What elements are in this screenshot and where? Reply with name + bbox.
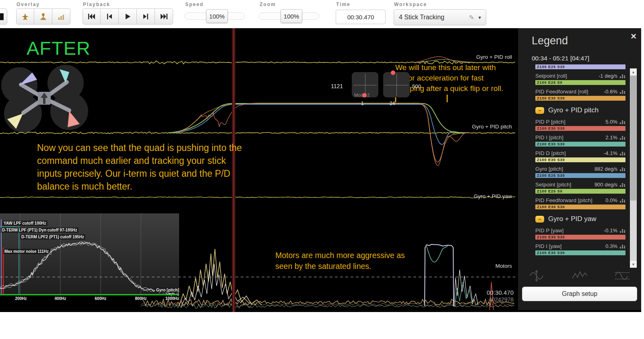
playback-group-label: Playback [83, 2, 110, 7]
smoothed-trace-icon[interactable] [614, 270, 631, 282]
legend-group-header[interactable]: − Gyro + PID yaw [535, 215, 625, 223]
legend-item[interactable]: Setpoint [roll] -1 deg/s Z100 E25 S0 [535, 72, 625, 85]
jump-end-button[interactable] [155, 8, 173, 25]
legend-item[interactable]: PID P [pitch] 5.0% Z100 E30 S30 [535, 118, 625, 131]
histogram-icon[interactable] [620, 244, 625, 248]
annotation-tune: We will tune this out later with motor a… [395, 62, 503, 94]
legend-group-header[interactable]: − Gyro + PID pitch [535, 106, 625, 114]
histogram-icon[interactable] [620, 182, 625, 187]
histogram-icon[interactable] [620, 151, 625, 155]
zoom-label: Zoom [260, 2, 276, 7]
partial-button[interactable] [0, 8, 7, 25]
chevron-down-icon[interactable]: ▾ [478, 14, 481, 21]
workspace-select[interactable]: 4 Stick Tracking ✎ ▾ [394, 9, 486, 25]
legend-item-color-bar[interactable]: Z100 E25 S0 [535, 80, 625, 85]
legend-item[interactable]: Setpoint [pitch] 900 deg/s Z100 E25 S0 [535, 181, 625, 194]
legend-item-partial[interactable]: Z100 E25 S30 [535, 64, 625, 69]
legend-item-color-bar[interactable]: Z100 E30 S30 [535, 157, 625, 162]
legend-item-label: Setpoint [roll] [535, 73, 567, 79]
histogram-icon[interactable] [620, 119, 625, 124]
after-annotation: AFTER [27, 37, 91, 59]
legend-item-color-bar[interactable]: Z100 E30 S30 [535, 205, 625, 209]
histogram-icon[interactable] [620, 73, 625, 78]
workspace-value: 4 Stick Tracking [399, 14, 444, 21]
legend-scrollbar[interactable]: ▲ ▼ [630, 68, 637, 268]
histogram-icon[interactable] [620, 198, 625, 203]
histogram-icon[interactable] [620, 135, 625, 140]
legend-item[interactable]: PID I [pitch] 2.1% Z100 E30 S30 [535, 134, 625, 147]
left-stick-dot [362, 93, 367, 97]
legend-item-field-settings: Z100 E30 S30 [535, 235, 565, 239]
legend-item[interactable]: PID Feedforward [roll] -0.6% Z100 E30 S3… [535, 88, 625, 101]
sticks-overlay-button[interactable] [34, 8, 52, 25]
histogram-icon[interactable] [620, 166, 625, 171]
zoom-slider-handle[interactable]: 100% [281, 9, 302, 23]
legend-panel: Legend × 00:34 - 05:21 [04:47] Z100 E25 … [518, 28, 641, 310]
legend-item[interactable]: PID I [yaw] 0.3% Z100 E30 S30 [535, 243, 625, 255]
legend-item-color-bar[interactable]: Z100 E25 S30 [535, 173, 625, 178]
workspace-label: Workspace [394, 2, 427, 7]
play-button[interactable] [119, 8, 137, 25]
spectrum-axis-800: 800Hz [135, 296, 147, 301]
play-icon [125, 14, 130, 19]
log-graph-area[interactable]: AFTER Gyro + PID roll Gyro + PID pitch G… [0, 28, 515, 312]
legend-item-label: Setpoint [pitch] [535, 182, 571, 188]
legend-item-color-bar[interactable]: Z100 E30 S30 [535, 142, 625, 147]
collapse-icon[interactable]: − [535, 107, 544, 114]
frame-back-button[interactable] [101, 8, 119, 25]
legend-item[interactable]: PID P [yaw] -0.1% Z100 E30 S30 [535, 227, 625, 240]
frame-forward-button[interactable] [137, 8, 155, 25]
scroll-down-button[interactable]: ▼ [630, 261, 637, 268]
close-icon[interactable]: × [631, 31, 636, 42]
legend-item-value: 0.3% [605, 243, 617, 249]
legend-item-value: -0.1% [604, 227, 617, 234]
time-input[interactable]: 00:30.470 [336, 10, 386, 24]
legend-item-field-settings: Z100 E25 S30 [535, 65, 565, 69]
craft-overlay-button[interactable] [16, 8, 34, 25]
legend-item-label: PID Feedforward [pitch] [535, 197, 592, 203]
legend-item-value: 882 deg/s [594, 166, 617, 172]
legend-item[interactable]: Gyro [pitch] 882 deg/s Z100 E25 S30 [535, 165, 625, 178]
legend-item[interactable]: PID Feedforward [pitch] 0.0% Z100 E30 S3… [535, 197, 625, 209]
edit-pencil-icon[interactable]: ✎ [469, 14, 474, 21]
legend-item-color-bar[interactable]: Z100 E30 S30 [535, 126, 625, 131]
legend-item-color-bar[interactable]: Z100 E30 S30 [535, 96, 625, 101]
legend-item-label: PID Feedforward [roll] [535, 89, 588, 95]
graph-setup-button[interactable]: Graph setup [522, 287, 637, 301]
graph-label-motors: Motors [411, 263, 512, 269]
jump-start-button[interactable] [83, 8, 101, 25]
airplane-icon [21, 13, 29, 21]
speed-slider-handle[interactable]: 100% [206, 9, 228, 23]
legend-item-field-settings: Z100 E30 S30 [535, 158, 565, 162]
legend-item-value: 2.1% [605, 134, 617, 141]
next-frame-icon [143, 14, 149, 19]
legend-item-label: Gyro [pitch] [535, 166, 563, 172]
log-icon [0, 13, 4, 20]
graph-label-roll: Gyro + PID roll [411, 54, 512, 60]
stick-roll-value: -24 [388, 101, 395, 106]
legend-item-field-settings: Z100 E25 S0 [535, 189, 563, 193]
time-label: Time [336, 2, 351, 7]
legend-item-label: PID I [pitch] [535, 134, 564, 141]
frame-number-readout: 40242978 [459, 296, 514, 303]
scrollbar-handle[interactable] [630, 76, 636, 201]
analyser-overlay-button[interactable] [52, 8, 70, 25]
spectrum-axis-400: 400Hz [55, 296, 66, 301]
histogram-icon[interactable] [620, 228, 625, 233]
raw-trace-icon[interactable] [571, 270, 588, 282]
stick-yaw-value: 1 [361, 101, 364, 106]
expand-graph-icon[interactable] [528, 270, 545, 282]
legend-item-field-settings: Z100 E25 S30 [535, 174, 565, 178]
collapse-icon[interactable]: − [535, 216, 544, 223]
legend-item-color-bar[interactable]: Z100 E30 S30 [535, 235, 625, 240]
legend-item-color-bar[interactable]: Z100 E25 S30 [535, 64, 625, 69]
joystick-icon [39, 13, 47, 21]
annotation-tracking: Now you can see that the quad is pushing… [37, 141, 242, 193]
spectrum-label-dterm-lpf2: D-TERM LPF2 (PT1) cutoff 195Hz [20, 234, 85, 240]
legend-item-color-bar[interactable]: Z100 E25 S0 [535, 189, 625, 194]
legend-item-color-bar[interactable]: Z100 E30 S30 [535, 250, 625, 255]
legend-item[interactable]: PID D [pitch] -4.1% Z100 E30 S30 [535, 150, 625, 162]
histogram-icon[interactable] [620, 89, 625, 94]
scroll-up-button[interactable]: ▲ [630, 68, 637, 75]
skip-start-icon [88, 14, 95, 19]
